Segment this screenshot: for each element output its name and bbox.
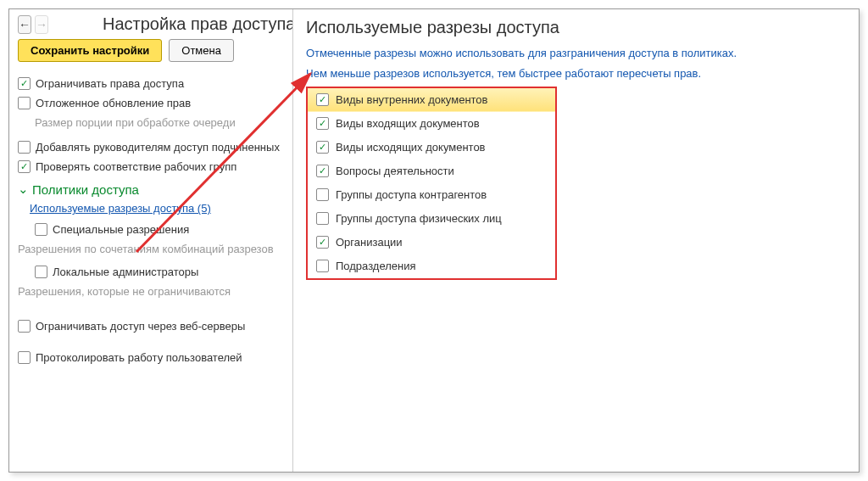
check-groups-checkbox[interactable]: ✓ <box>18 160 31 173</box>
save-button[interactable]: Сохранить настройки <box>18 39 162 62</box>
left-panel: ← → Настройка прав доступа Сохранить нас… <box>9 9 293 472</box>
list-item-checkbox[interactable]: ✓ <box>316 141 329 154</box>
list-item-checkbox[interactable] <box>316 212 329 225</box>
local-admins-checkbox[interactable] <box>35 266 47 278</box>
list-item[interactable]: ✓Виды исходящих документов <box>308 136 555 159</box>
portion-hint: Размер порции при обработке очереди <box>18 113 289 137</box>
list-item[interactable]: Подразделения <box>308 254 555 278</box>
list-item-checkbox[interactable] <box>316 260 329 272</box>
cancel-button[interactable]: Отмена <box>169 39 234 62</box>
list-item-label: Виды исходящих документов <box>336 141 486 154</box>
nav-forward-button[interactable]: → <box>35 15 48 34</box>
check-groups-label: Проверять соответствие рабочих групп <box>36 160 236 173</box>
restrict-rights-checkbox[interactable]: ✓ <box>18 77 31 90</box>
list-item-checkbox[interactable]: ✓ <box>316 93 329 106</box>
list-item[interactable]: ✓Организации <box>308 231 555 254</box>
used-sections-link[interactable]: Используемые разрезы доступа (5) <box>18 199 289 220</box>
deferred-update-checkbox[interactable] <box>18 97 31 109</box>
arrow-right-icon: → <box>36 18 47 31</box>
unlimited-hint: Разрешения, которые не ограничиваются <box>18 282 289 305</box>
list-item-label: Группы доступа физических лиц <box>336 212 502 225</box>
list-item[interactable]: Группы доступа физических лиц <box>308 207 555 231</box>
right-panel: Используемые разрезы доступа Отмеченные … <box>294 9 859 472</box>
arrow-left-icon: ← <box>19 18 31 31</box>
list-item-label: Группы доступа контрагентов <box>336 188 487 201</box>
list-item[interactable]: ✓Виды входящих документов <box>308 112 555 136</box>
list-item-checkbox[interactable]: ✓ <box>316 117 329 130</box>
list-item-label: Подразделения <box>336 260 416 272</box>
deferred-update-label: Отложенное обновление прав <box>36 97 191 109</box>
restrict-web-checkbox[interactable] <box>18 320 31 333</box>
nav-back-button[interactable]: ← <box>18 15 31 34</box>
restrict-web-label: Ограничивать доступ через веб-серверы <box>36 320 245 333</box>
policies-section-label: Политики доступа <box>32 182 139 197</box>
list-item-label: Виды внутренних документов <box>336 93 488 106</box>
combo-hint: Разрешения по сочетаниям комбинаций разр… <box>18 239 289 262</box>
right-info-1: Отмеченные разрезы можно использовать дл… <box>306 46 850 61</box>
list-item-label: Виды входящих документов <box>336 117 480 130</box>
list-item[interactable]: Группы доступа контрагентов <box>308 183 555 207</box>
log-users-label: Протоколировать работу пользователей <box>36 351 242 364</box>
sections-list: ✓Виды внутренних документов✓Виды входящи… <box>306 87 557 280</box>
list-item[interactable]: ✓Виды внутренних документов <box>308 88 555 112</box>
page-title: Настройка прав доступа <box>103 14 293 34</box>
policies-section-toggle[interactable]: ⌄ Политики доступа <box>18 176 289 199</box>
list-item-checkbox[interactable]: ✓ <box>316 236 329 249</box>
log-users-checkbox[interactable] <box>18 351 31 364</box>
add-managers-checkbox[interactable] <box>18 141 31 154</box>
right-panel-title: Используемые разрезы доступа <box>306 18 850 37</box>
list-item-label: Вопросы деятельности <box>336 165 454 177</box>
list-item-checkbox[interactable]: ✓ <box>316 165 329 177</box>
restrict-rights-label: Ограничивать права доступа <box>36 77 184 90</box>
list-item-label: Организации <box>336 236 403 249</box>
add-managers-label: Добавлять руководителям доступ подчиненн… <box>36 141 280 154</box>
special-permissions-label: Специальные разрешения <box>53 223 189 236</box>
chevron-down-icon: ⌄ <box>18 182 29 197</box>
list-item-checkbox[interactable] <box>316 188 329 201</box>
local-admins-label: Локальные администраторы <box>53 266 198 278</box>
special-permissions-checkbox[interactable] <box>35 223 47 236</box>
list-item[interactable]: ✓Вопросы деятельности <box>308 159 555 183</box>
right-info-2: Чем меньше разрезов используется, тем бы… <box>306 66 850 81</box>
